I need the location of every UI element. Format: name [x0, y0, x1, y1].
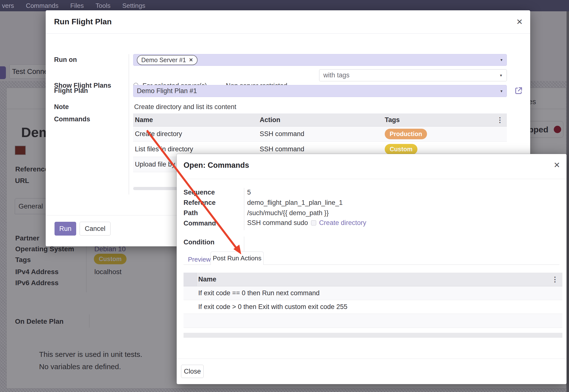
optional-columns-icon[interactable]: ⋮	[497, 116, 503, 124]
path-value: /such/much/{{ demo_path }}	[247, 209, 329, 217]
tab-post-run-actions[interactable]: Post Run Actions	[211, 252, 264, 265]
flight-plan-select[interactable]: Demo Flight Plan #1 ▼	[133, 85, 507, 97]
label-column-divider	[244, 188, 244, 230]
close-icon[interactable]: ✕	[516, 17, 523, 27]
run-on-label: Run on	[54, 56, 77, 64]
nav-item-tools[interactable]: Tools	[96, 2, 111, 10]
remove-tag-icon[interactable]: ✕	[189, 57, 193, 63]
open-commands-title: Open: Commands	[184, 161, 249, 170]
with-tags-select[interactable]: with tags ▼	[319, 69, 507, 81]
run-flight-plan-title: Run Flight Plan	[54, 17, 112, 26]
nav-item-files[interactable]: Files	[70, 2, 84, 10]
table-row[interactable]: If exit code == 0 then Run next command	[184, 286, 562, 300]
chevron-down-icon[interactable]: ▼	[499, 73, 503, 77]
reference-value: demo_flight_plan_1_plan_line_1	[247, 199, 343, 207]
server-tag-label: Demo Server #1	[141, 56, 186, 64]
screen: Test Conne es Stopped Demo Reference URL…	[0, 0, 569, 392]
header-divider	[177, 179, 567, 179]
nav-item-settings[interactable]: Settings	[122, 2, 145, 10]
sequence-value: 5	[247, 189, 251, 196]
nav-item-commands[interactable]: Commands	[26, 2, 58, 10]
command-label: Command	[184, 220, 216, 227]
condition-label: Condition	[184, 238, 214, 246]
production-tag-badge: Production	[385, 129, 427, 139]
flight-plan-label: Flight Plan	[54, 87, 88, 95]
nav-item-servers[interactable]: vers	[2, 2, 14, 10]
footer-divider	[177, 359, 567, 359]
with-tags-value: with tags	[323, 71, 350, 79]
sequence-label: Sequence	[184, 189, 215, 196]
optional-columns-icon[interactable]: ⋮	[552, 275, 558, 283]
run-button[interactable]: Run	[55, 222, 76, 236]
column-action[interactable]: Action	[260, 116, 385, 124]
row-name: List files in directory	[135, 145, 260, 153]
command-row: SSH command sudo Create directory	[247, 219, 366, 227]
external-link-icon[interactable]	[514, 86, 523, 95]
close-button[interactable]: Close	[181, 365, 204, 378]
commands-label: Commands	[54, 115, 90, 123]
handle-column	[184, 273, 197, 286]
command-value: SSH command sudo	[247, 219, 308, 227]
table-row[interactable]: Create directory SSH command Production	[133, 126, 507, 142]
header-divider	[46, 33, 530, 34]
commands-table-header: Name Action Tags ⋮	[133, 113, 507, 126]
table-row[interactable]: If exit code > 0 then Exit with custom e…	[184, 300, 562, 314]
row-action: SSH command	[260, 145, 385, 153]
open-commands-modal: Open: Commands ✕ Sequence 5 Reference de…	[177, 154, 567, 384]
command-checkbox[interactable]	[311, 220, 316, 225]
create-directory-link[interactable]: Create directory	[319, 219, 366, 227]
cancel-button[interactable]: Cancel	[80, 222, 111, 236]
column-name[interactable]: Name	[135, 116, 260, 124]
run-on-select[interactable]: Demo Server #1 ✕ ▼	[133, 54, 507, 66]
flight-plan-value: Demo Flight Plan #1	[137, 87, 197, 95]
note-value: Create directory and list its content	[134, 103, 236, 111]
custom-tag-badge: Custom	[385, 144, 417, 154]
top-navbar: vers Commands Files Tools Settings	[0, 0, 569, 11]
close-icon[interactable]: ✕	[554, 160, 560, 170]
column-name[interactable]: Name	[197, 276, 216, 283]
note-label: Note	[54, 103, 69, 111]
tab-preview[interactable]: Preview	[188, 256, 211, 263]
post-run-action: If exit code == 0 then Run next command	[198, 289, 320, 297]
post-run-table-header: Name ⋮	[184, 273, 562, 286]
table-scroll-area[interactable]	[184, 333, 562, 338]
table-row-empty	[184, 314, 562, 328]
post-run-action: If exit code > 0 then Exit with custom e…	[198, 303, 347, 311]
row-name: Create directory	[135, 130, 260, 138]
reference-label: Reference	[184, 199, 216, 207]
label-column-divider	[129, 54, 129, 195]
chevron-down-icon[interactable]: ▼	[500, 89, 503, 93]
row-action: SSH command	[260, 130, 385, 138]
server-tag-chip[interactable]: Demo Server #1 ✕	[137, 55, 198, 65]
chevron-down-icon[interactable]: ▼	[500, 58, 503, 62]
column-tags[interactable]: Tags ⋮	[385, 116, 507, 124]
path-label: Path	[184, 209, 198, 217]
